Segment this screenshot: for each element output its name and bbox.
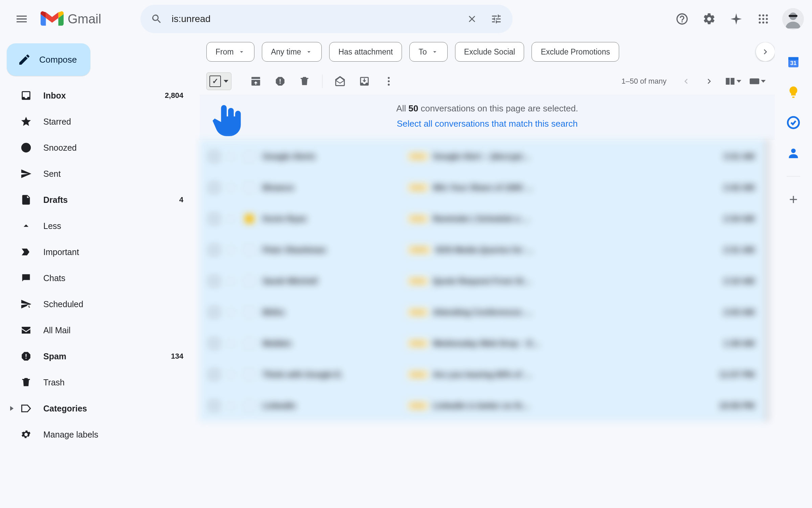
email-row[interactable]: ☆ Google Alerts Inbox Google Alert – (de… (200, 141, 765, 172)
support-button[interactable] (670, 7, 694, 31)
archive-button[interactable] (245, 70, 267, 92)
tasks-app-button[interactable] (786, 115, 801, 130)
caret-down-icon (224, 80, 228, 83)
compose-button[interactable]: Compose (7, 43, 90, 76)
toggle-split-pane-button[interactable] (722, 70, 744, 92)
sent-icon (20, 168, 32, 179)
filter-chip-exclude-promotions[interactable]: Exclude Promotions (532, 42, 619, 62)
mark-read-button[interactable] (329, 70, 351, 92)
close-icon (467, 14, 477, 24)
email-row[interactable]: ☆ Think with Google E. Inbox Are you lea… (200, 359, 765, 390)
account-avatar[interactable] (782, 8, 804, 30)
svg-point-8 (766, 22, 768, 24)
filter-chip-has-attachment[interactable]: Has attachment (329, 42, 402, 62)
sidebar-item-important[interactable]: Important (7, 243, 191, 261)
tune-icon (491, 13, 502, 25)
less-icon (20, 220, 32, 232)
input-tools-button[interactable] (746, 70, 768, 92)
sidebar-item-snoozed[interactable]: Snoozed (7, 139, 191, 156)
caret-down-icon (431, 48, 438, 56)
email-row[interactable]: ☆ Mobbin Inbox Wednesday Web Drop – E… 1… (200, 328, 765, 359)
inbox-icon (20, 90, 32, 101)
main-menu-button[interactable] (8, 5, 35, 33)
contacts-app-button[interactable] (786, 146, 801, 161)
filter-chip-to[interactable]: To (409, 42, 447, 62)
svg-rect-16 (750, 79, 759, 84)
newer-button[interactable] (676, 71, 696, 91)
help-icon (675, 12, 689, 26)
settings-button[interactable] (697, 7, 721, 31)
gear-icon (702, 12, 716, 26)
allmail-icon (20, 324, 32, 336)
email-row[interactable]: ☆ Sarah Mitchell Inbox Quote Request Fro… (200, 266, 765, 297)
sidebar-item-categories[interactable]: Categories (7, 400, 191, 417)
svg-point-1 (762, 15, 764, 17)
filter-chip-exclude-social[interactable]: Exclude Social (455, 42, 524, 62)
sidebar-item-scheduled[interactable]: Scheduled (7, 295, 191, 313)
svg-point-0 (759, 15, 761, 17)
sidebar-item-spam[interactable]: Spam134 (7, 347, 191, 365)
chevron-left-icon (681, 76, 691, 86)
email-row[interactable]: ☆ Kevin Ryan Inbox Reminder | Schedule a… (200, 203, 765, 234)
sidebar-item-trash[interactable]: Trash (7, 374, 191, 391)
sidebar-item-drafts[interactable]: Drafts4 (7, 191, 191, 209)
search-input[interactable] (169, 14, 460, 24)
report-spam-button[interactable] (269, 70, 291, 92)
move-inbox-icon (359, 76, 370, 87)
sidebar-item-less[interactable]: Less (7, 217, 191, 235)
sidebar-item-sent[interactable]: Sent (7, 165, 191, 183)
plus-icon (787, 193, 799, 206)
sidebar-item-label: Trash (43, 378, 65, 387)
pencil-icon (18, 53, 31, 66)
sidebar-item-chats[interactable]: Chats (7, 269, 191, 287)
cursor-pointer-icon (210, 101, 244, 140)
email-row[interactable]: ☆ LinkedIn Inbox LinkedIn is better on t… (200, 390, 765, 421)
avatar-icon (782, 8, 804, 30)
chip-label: To (419, 47, 427, 57)
svg-point-5 (766, 18, 768, 20)
move-to-inbox-button[interactable] (354, 70, 375, 92)
select-all-checkbox[interactable] (206, 72, 231, 90)
chip-label: From (216, 47, 234, 57)
search-button[interactable] (144, 7, 169, 31)
chevron-right-icon (704, 76, 714, 86)
keep-app-button[interactable] (786, 85, 801, 100)
hamburger-icon (15, 12, 28, 26)
gmail-logo-icon (41, 10, 64, 28)
older-button[interactable] (699, 71, 719, 91)
svg-rect-18 (788, 57, 798, 60)
gemini-button[interactable] (724, 7, 748, 31)
more-vert-icon (383, 76, 394, 87)
caret-down-icon (238, 48, 245, 56)
sidebar-item-allmail[interactable]: All Mail (7, 321, 191, 339)
svg-text:31: 31 (790, 60, 797, 66)
checkbox-checked-icon (209, 76, 221, 87)
scheduled-icon (20, 298, 32, 310)
email-row[interactable]: ☆ Peter Shankman HARO SOS Media Queries … (200, 234, 765, 266)
filter-chip-from[interactable]: From (206, 42, 254, 62)
more-actions-button[interactable] (378, 70, 400, 92)
sidebar-item-inbox[interactable]: Inbox2,804 (7, 87, 191, 104)
calendar-app-button[interactable]: 31 (786, 54, 801, 69)
filter-chip-any-time[interactable]: Any time (262, 42, 322, 62)
tasks-icon (787, 116, 800, 129)
sidebar-item-starred[interactable]: Starred (7, 113, 191, 130)
email-row[interactable]: ☆ Binance Inbox Win Your Share of 1000 …… (200, 172, 765, 203)
sidebar-item-label: Sent (43, 169, 61, 179)
select-all-matching-link[interactable]: Select all conversations that match this… (200, 119, 775, 129)
google-apps-button[interactable] (751, 7, 775, 31)
sidebar-item-label: Important (43, 247, 79, 257)
delete-button[interactable] (294, 70, 315, 92)
sidebar-item-label: Scheduled (43, 299, 83, 309)
sidebar-item-manage[interactable]: Manage labels (7, 426, 191, 443)
gmail-logo[interactable]: Gmail (41, 10, 101, 28)
chips-scroll-right[interactable] (756, 42, 775, 61)
report-icon (274, 76, 286, 87)
gmail-logo-text: Gmail (68, 12, 101, 26)
apps-grid-icon (757, 13, 769, 25)
search-options-button[interactable] (484, 7, 509, 31)
sidebar-item-label: All Mail (43, 325, 71, 335)
email-row[interactable]: ☆ BitGo Inbox Attending Conferences … 2:… (200, 297, 765, 328)
add-addon-button[interactable] (786, 192, 801, 207)
clear-search-button[interactable] (460, 7, 484, 31)
